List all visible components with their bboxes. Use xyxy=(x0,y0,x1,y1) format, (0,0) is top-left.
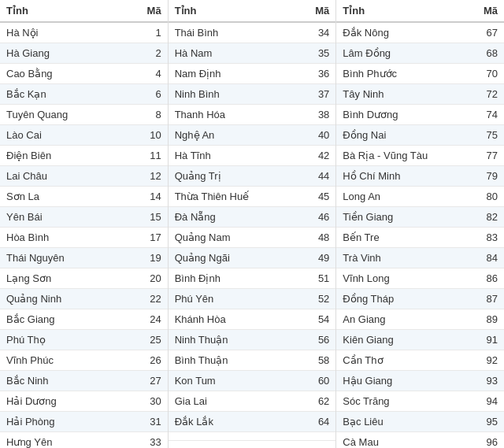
cell-tinh: Quảng Trị xyxy=(169,166,305,186)
cell-ma: 67 xyxy=(472,23,504,43)
cell-ma: 58 xyxy=(304,350,335,370)
cell-ma: 33 xyxy=(136,432,168,448)
table-row: Thái Nguyên19 xyxy=(0,248,168,268)
cell-ma: 11 xyxy=(136,146,168,165)
cell-ma: 64 xyxy=(304,412,335,431)
header-ma: Mã xyxy=(304,0,335,21)
table-row: Bến Tre83 xyxy=(336,228,504,248)
cell-ma: 37 xyxy=(304,84,335,104)
cell-ma: 83 xyxy=(472,228,504,247)
cell-tinh: Thanh Hóa xyxy=(169,105,305,124)
cell-ma: 91 xyxy=(472,330,504,350)
cell-ma: 72 xyxy=(472,84,504,104)
cell-ma: 93 xyxy=(472,371,504,391)
cell-tinh: Hà Giang xyxy=(0,43,136,63)
cell-ma: 95 xyxy=(472,412,504,431)
cell-tinh: Tây Ninh xyxy=(336,84,472,104)
table-row: Bắc Ninh27 xyxy=(0,371,168,391)
cell-tinh: Đồng Nai xyxy=(336,125,472,145)
header-ma: Mã xyxy=(472,0,504,21)
cell-ma: 4 xyxy=(136,64,168,83)
table-row: Hải Phòng31 xyxy=(0,412,168,432)
table-row: Đắk Lắk64 xyxy=(169,412,336,432)
cell-ma: 46 xyxy=(304,207,335,227)
cell-ma: 92 xyxy=(472,350,504,370)
cell-ma: 2 xyxy=(136,43,168,63)
cell-ma: 26 xyxy=(136,350,168,370)
cell-tinh: Bạc Liêu xyxy=(336,412,472,431)
cell-tinh: Vĩnh Phúc xyxy=(0,350,136,370)
table-row: Nghệ An40 xyxy=(169,125,336,146)
cell-ma: 10 xyxy=(136,125,168,145)
cell-ma: 36 xyxy=(304,64,335,83)
header-tinh: Tỉnh xyxy=(336,0,472,21)
cell-ma: 48 xyxy=(304,228,335,247)
cell-ma: 45 xyxy=(304,187,335,206)
cell-tinh: Lai Châu xyxy=(0,166,136,186)
cell-ma: 40 xyxy=(304,125,335,145)
cell-tinh: Bắc Giang xyxy=(0,309,136,329)
cell-ma: 14 xyxy=(136,187,168,206)
cell-tinh: Hải Dương xyxy=(0,391,136,411)
cell-tinh: Nghệ An xyxy=(169,125,305,145)
cell-ma: 30 xyxy=(136,391,168,411)
table-row: Ninh Bình37 xyxy=(169,84,336,105)
table-row: Cà Mau96 xyxy=(336,432,504,448)
cell-ma xyxy=(304,432,335,440)
table-row: Vĩnh Long86 xyxy=(336,268,504,289)
main-table: TỉnhMãHà Nội1Hà Giang2Cao Bằng4Bắc Kạn6T… xyxy=(0,0,504,448)
column-group-2: TỉnhMãĐắk Nông67Lâm Đồng68Bình Phước70Tâ… xyxy=(336,0,504,448)
table-row: Tuyên Quang8 xyxy=(0,105,168,125)
table-row: An Giang89 xyxy=(336,309,504,330)
table-row: Khánh Hòa54 xyxy=(169,309,336,330)
cell-ma: 24 xyxy=(136,309,168,329)
cell-tinh: An Giang xyxy=(336,309,472,329)
table-row: Kiên Giang91 xyxy=(336,330,504,350)
cell-tinh: Sơn La xyxy=(0,187,136,206)
table-row: Phú Yên52 xyxy=(169,289,336,309)
cell-tinh: Thừa Thiên Huế xyxy=(169,187,305,206)
cell-ma: 12 xyxy=(136,166,168,186)
cell-tinh: Đắk Lắk xyxy=(169,412,305,431)
table-row: Đồng Nai75 xyxy=(336,125,504,146)
table-row: Quảng Trị44 xyxy=(169,166,336,187)
cell-ma: 31 xyxy=(136,412,168,431)
cell-tinh: Quảng Nam xyxy=(169,228,305,247)
table-row: Hồ Chí Minh79 xyxy=(336,166,504,187)
cell-ma: 6 xyxy=(136,84,168,104)
table-row: Quảng Nam48 xyxy=(169,228,336,248)
table-row: Cao Bằng4 xyxy=(0,64,168,84)
table-row: Lai Châu12 xyxy=(0,166,168,187)
cell-ma: 89 xyxy=(472,309,504,329)
table-row: Hòa Bình17 xyxy=(0,228,168,248)
table-row: Bình Phước70 xyxy=(336,64,504,84)
cell-tinh: Trà Vinh xyxy=(336,248,472,268)
table-row: Sóc Trăng94 xyxy=(336,391,504,412)
cell-tinh: Hải Phòng xyxy=(0,412,136,431)
table-row: Bà Rịa - Vũng Tàu77 xyxy=(336,146,504,166)
cell-tinh: Yên Bái xyxy=(0,207,136,227)
cell-tinh: Quảng Ninh xyxy=(0,289,136,309)
cell-ma: 42 xyxy=(304,146,335,165)
cell-tinh: Bà Rịa - Vũng Tàu xyxy=(336,146,472,165)
cell-tinh: Cao Bằng xyxy=(0,64,136,83)
cell-ma: 68 xyxy=(472,43,504,63)
cell-ma: 51 xyxy=(304,268,335,288)
cell-ma: 79 xyxy=(472,166,504,186)
cell-ma: 35 xyxy=(304,43,335,63)
table-row xyxy=(169,432,336,441)
table-row: Quảng Ninh22 xyxy=(0,289,168,309)
cell-tinh: Bắc Ninh xyxy=(0,371,136,391)
table-row: Hậu Giang93 xyxy=(336,371,504,391)
table-row: Tây Ninh72 xyxy=(336,84,504,105)
table-row: Thừa Thiên Huế45 xyxy=(169,187,336,207)
table-row: Long An80 xyxy=(336,187,504,207)
cell-ma: 34 xyxy=(304,23,335,43)
table-row: Bắc Kạn6 xyxy=(0,84,168,105)
cell-tinh xyxy=(169,432,305,440)
cell-ma: 60 xyxy=(304,371,335,391)
table-row: Hà Nội1 xyxy=(0,23,168,43)
cell-tinh: Vĩnh Long xyxy=(336,268,472,288)
table-row: Điện Biên11 xyxy=(0,146,168,166)
table-row: Nam Định36 xyxy=(169,64,336,84)
